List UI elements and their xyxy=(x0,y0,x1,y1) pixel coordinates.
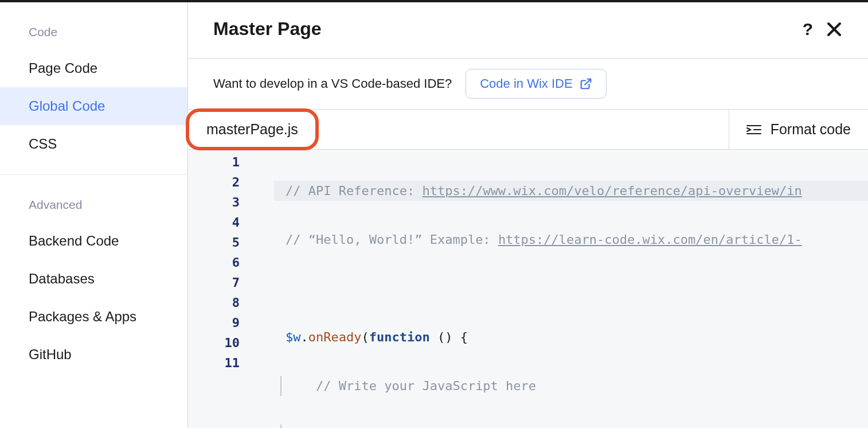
sidebar-divider xyxy=(0,174,187,175)
file-tab[interactable]: masterPage.js xyxy=(206,121,298,137)
header: Master Page ? xyxy=(188,2,868,59)
svg-line-2 xyxy=(585,79,591,85)
line-number: 10 xyxy=(188,333,274,353)
code-line: // API Reference: https://www.wix.com/ve… xyxy=(274,181,868,201)
sidebar-item-packages-apps[interactable]: Packages & Apps xyxy=(0,298,187,336)
line-number: 2 xyxy=(188,172,274,192)
format-code-button[interactable]: Format code xyxy=(729,110,868,149)
code-line: // Write your JavaScript here xyxy=(274,376,868,396)
code-in-wix-ide-button[interactable]: Code in Wix IDE xyxy=(466,69,606,99)
ide-prompt-bar: Want to develop in a VS Code-based IDE? … xyxy=(188,59,868,110)
ide-prompt-text: Want to develop in a VS Code-based IDE? xyxy=(213,76,452,91)
ide-button-label: Code in Wix IDE xyxy=(480,76,572,91)
line-number: 9 xyxy=(188,313,274,333)
line-number: 7 xyxy=(188,273,274,293)
header-actions: ? xyxy=(803,20,843,39)
format-icon xyxy=(746,124,761,135)
code-line xyxy=(274,278,868,298)
code-line: // “Hello, World!” Example: https://lear… xyxy=(274,229,868,250)
sidebar-item-backend-code[interactable]: Backend Code xyxy=(0,222,187,260)
code-line xyxy=(274,425,868,428)
sidebar-item-css[interactable]: CSS xyxy=(0,125,187,163)
help-icon[interactable]: ? xyxy=(803,20,813,39)
code-editor[interactable]: 1 2 3 4 5 6 7 8 9 10 11 // API Reference… xyxy=(188,150,868,428)
sidebar: Code Page Code Global Code CSS Advanced … xyxy=(0,2,188,428)
code-line: $w.onReady(function () { xyxy=(274,327,868,347)
sidebar-section-code: Code xyxy=(0,20,187,49)
close-icon[interactable] xyxy=(826,21,843,38)
line-number: 8 xyxy=(188,293,274,313)
line-number: 4 xyxy=(188,212,274,232)
sidebar-item-page-code[interactable]: Page Code xyxy=(0,49,187,87)
code-area[interactable]: // API Reference: https://www.wix.com/ve… xyxy=(274,150,868,428)
line-number: 6 xyxy=(188,252,274,273)
sidebar-item-databases[interactable]: Databases xyxy=(0,260,187,298)
tab-bar: masterPage.js Format code xyxy=(188,110,868,150)
sidebar-item-global-code[interactable]: Global Code xyxy=(0,87,187,125)
line-number: 1 xyxy=(188,152,274,172)
line-number: 3 xyxy=(188,192,274,212)
line-gutter: 1 2 3 4 5 6 7 8 9 10 11 xyxy=(188,150,274,428)
format-code-label: Format code xyxy=(771,121,851,138)
file-tab-highlight: masterPage.js xyxy=(186,108,319,150)
line-number: 5 xyxy=(188,232,274,252)
line-number: 11 xyxy=(188,353,274,373)
external-link-icon xyxy=(580,77,592,90)
page-title: Master Page xyxy=(213,18,322,40)
main-panel: Master Page ? Want to develop in a VS Co… xyxy=(188,2,868,428)
sidebar-section-advanced: Advanced xyxy=(0,192,187,222)
sidebar-item-github[interactable]: GitHub xyxy=(0,336,187,373)
